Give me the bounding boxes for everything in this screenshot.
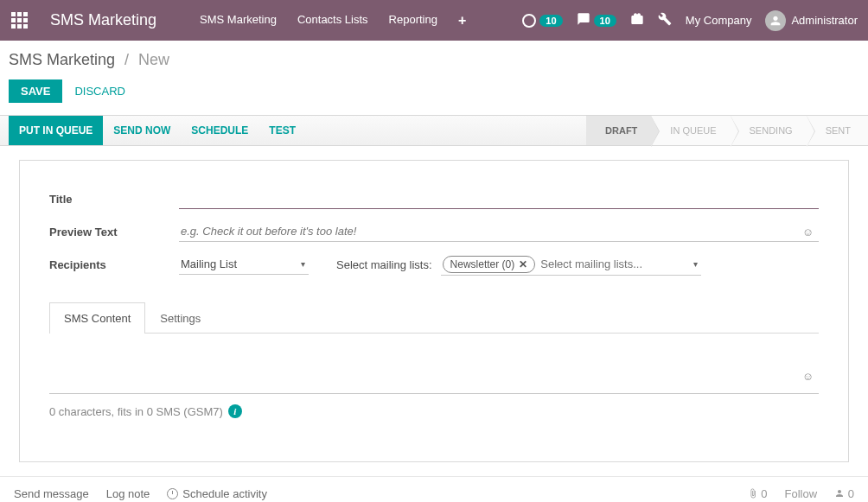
- sheet-wrap: Title Preview Text ☺ Recipients Mailing …: [0, 146, 868, 476]
- clock-icon: [522, 14, 536, 28]
- user-icon: [834, 488, 845, 499]
- avatar-icon: [765, 10, 786, 31]
- select-lists-label: Select mailing lists:: [336, 258, 432, 271]
- tool-icon[interactable]: [658, 12, 672, 29]
- stage-in-queue[interactable]: IN QUEUE: [651, 116, 730, 145]
- emoji-icon[interactable]: ☺: [802, 226, 814, 238]
- nav-reporting[interactable]: Reporting: [380, 8, 446, 34]
- schedule-button[interactable]: SCHEDULE: [181, 116, 258, 145]
- send-message-button[interactable]: Send message: [14, 487, 89, 500]
- selected-list-label: Newsletter (0): [450, 258, 515, 270]
- save-button[interactable]: SAVE: [9, 79, 62, 103]
- breadcrumb-app[interactable]: SMS Marketing: [9, 51, 115, 68]
- sms-textarea[interactable]: [51, 372, 817, 387]
- nav-plus-icon[interactable]: +: [450, 8, 475, 34]
- follow-button[interactable]: Follow: [785, 487, 818, 500]
- sms-counter-text: 0 characters, fits in 0 SMS (GSM7): [49, 405, 223, 418]
- nav-sms-marketing[interactable]: SMS Marketing: [191, 8, 285, 34]
- form-sheet: Title Preview Text ☺ Recipients Mailing …: [19, 160, 849, 462]
- gift-icon[interactable]: [630, 12, 644, 29]
- tag-remove-icon[interactable]: ✕: [519, 258, 527, 270]
- test-button[interactable]: TEST: [258, 116, 306, 145]
- put-in-queue-button[interactable]: PUT IN QUEUE: [9, 116, 103, 145]
- brand-title: SMS Marketing: [50, 11, 156, 29]
- speech-icon: [577, 12, 590, 29]
- status-stages: DRAFT IN QUEUE SENDING SENT: [586, 116, 868, 145]
- preview-input[interactable]: [179, 221, 819, 242]
- recipients-type-select[interactable]: Mailing List ▾: [179, 254, 309, 275]
- sms-counter: 0 characters, fits in 0 SMS (GSM7) i: [49, 404, 819, 418]
- chatter: Send message Log note Schedule activity …: [0, 476, 868, 502]
- messages-indicator[interactable]: 10: [577, 12, 616, 29]
- activities-indicator[interactable]: 10: [522, 14, 562, 28]
- discard-button[interactable]: DISCARD: [74, 85, 125, 98]
- recipients-type-value: Mailing List: [179, 254, 309, 275]
- preview-label: Preview Text: [49, 226, 179, 238]
- top-nav: SMS Marketing Contacts Lists Reporting +: [191, 8, 475, 34]
- top-right: 10 10 My Company Administrator: [522, 10, 858, 31]
- attachment-icon: [748, 488, 758, 499]
- recipients-label: Recipients: [49, 258, 179, 271]
- mailing-lists-input[interactable]: Newsletter (0) ✕ ▾: [441, 254, 702, 276]
- user-menu[interactable]: Administrator: [765, 10, 858, 31]
- attachments-count[interactable]: 0: [748, 487, 768, 500]
- selected-list-tag: Newsletter (0) ✕: [443, 256, 536, 273]
- log-note-button[interactable]: Log note: [106, 487, 150, 500]
- schedule-activity-button[interactable]: Schedule activity: [167, 487, 267, 500]
- followers-count[interactable]: 0: [834, 487, 854, 500]
- row-recipients: Recipients Mailing List ▾ Select mailing…: [49, 252, 819, 276]
- apps-icon[interactable]: [10, 11, 29, 30]
- messages-badge: 10: [594, 15, 616, 27]
- stage-sending[interactable]: SENDING: [731, 116, 807, 145]
- schedule-activity-label: Schedule activity: [182, 487, 267, 500]
- caret-down-icon: ▾: [693, 259, 698, 269]
- send-now-button[interactable]: SEND NOW: [103, 116, 181, 145]
- tab-settings[interactable]: Settings: [145, 302, 215, 334]
- company-name[interactable]: My Company: [686, 14, 752, 27]
- user-name: Administrator: [791, 14, 858, 27]
- sms-content-panel: ☺ 0 characters, fits in 0 SMS (GSM7) i: [49, 368, 819, 418]
- emoji-icon[interactable]: ☺: [802, 370, 814, 383]
- activities-badge: 10: [539, 15, 562, 27]
- breadcrumb-sep: /: [124, 51, 129, 68]
- title-input[interactable]: [179, 188, 819, 209]
- stage-draft[interactable]: DRAFT: [586, 116, 651, 145]
- row-title: Title: [49, 187, 819, 211]
- action-row: SAVE DISCARD: [0, 74, 868, 115]
- mailing-lists-search[interactable]: [540, 257, 686, 270]
- row-preview: Preview Text ☺: [49, 219, 819, 244]
- tab-sms-content[interactable]: SMS Content: [49, 302, 145, 334]
- title-label: Title: [49, 193, 179, 206]
- stage-sent[interactable]: SENT: [807, 116, 868, 145]
- info-icon[interactable]: i: [228, 404, 242, 418]
- nav-contacts-lists[interactable]: Contacts Lists: [289, 8, 377, 34]
- breadcrumb: SMS Marketing / New: [9, 51, 859, 69]
- breadcrumb-row: SMS Marketing / New: [0, 41, 868, 74]
- clock-icon: [167, 488, 178, 499]
- topbar: SMS Marketing SMS Marketing Contacts Lis…: [0, 0, 868, 41]
- breadcrumb-current: New: [138, 51, 169, 68]
- tabs: SMS Content Settings: [49, 302, 819, 334]
- statusbar: PUT IN QUEUE SEND NOW SCHEDULE TEST DRAF…: [0, 115, 868, 146]
